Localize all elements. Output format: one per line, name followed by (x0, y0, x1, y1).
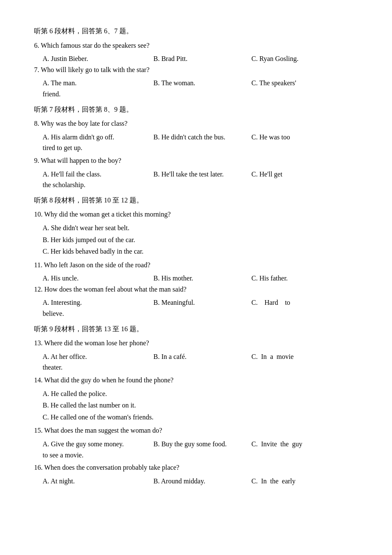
question-10: 10. Why did the woman get a ticket this … (34, 209, 358, 220)
question-12: 12. How does the woman feel about what t… (34, 284, 358, 295)
q11-optA: A. His uncle. (43, 273, 153, 284)
q11-optC: C. His father. (251, 273, 358, 284)
section-6-header: 听第 6 段材料，回答第 6、7 题。 (34, 26, 358, 37)
q12-wrap: believe. (43, 308, 358, 319)
q6-optA: A. Justin Bieber. (43, 53, 153, 64)
q12-optA: A. Interesting. (43, 297, 153, 308)
section-7-header: 听第 7 段材料，回答第 8、9 题。 (34, 104, 358, 115)
exam-content: 听第 6 段材料，回答第 6、7 题。 6. Which famous star… (34, 26, 358, 486)
question-13: 13. Where did the woman lose her phone? (34, 338, 358, 349)
q8-optC: C. He was too (251, 132, 358, 143)
question-16: 16. When does the conversation probably … (34, 462, 358, 473)
question-8: 8. Why was the boy late for class? (34, 118, 358, 129)
question-6: 6. Which famous star do the speakers see… (34, 40, 358, 51)
q9-optA: A. He'll fail the class. (43, 169, 153, 180)
q11-optB: B. His mother. (153, 273, 251, 284)
q15-optA: A. Give the guy some money. (43, 439, 153, 450)
q8-optA: A. His alarm didn't go off. (43, 132, 153, 143)
q9-options: A. He'll fail the class. B. He'll take t… (43, 169, 358, 180)
q10-optC: C. Her kids behaved badly in the car. (43, 246, 358, 257)
q13-options: A. At her office. B. In a café. C. In a … (43, 351, 358, 362)
section-9: 听第 9 段材料，回答第 13 至 16 题。 13. Where did th… (34, 324, 358, 487)
question-9: 9. What will happen to the boy? (34, 155, 358, 166)
section-6: 听第 6 段材料，回答第 6、7 题。 6. Which famous star… (34, 26, 358, 100)
q7-optA: A. The man. (43, 78, 153, 89)
q13-wrap: theater. (43, 362, 358, 373)
question-7: 7. Who will likely go to talk with the s… (34, 64, 358, 75)
q15-wrap: to see a movie. (43, 450, 358, 461)
q6-options: A. Justin Bieber. B. Brad Pitt. C. Ryan … (43, 53, 358, 64)
q7-optB: B. The woman. (153, 78, 251, 89)
q16-optC: C. In the early (251, 476, 358, 487)
q7-optC: C. The speakers' (251, 78, 358, 89)
q10-optA: A. She didn't wear her seat belt. (43, 223, 358, 234)
section-8: 听第 8 段材料，回答第 10 至 12 题。 10. Why did the … (34, 195, 358, 319)
q6-optB: B. Brad Pitt. (153, 53, 251, 64)
q6-optC: C. Ryan Gosling. (251, 53, 358, 64)
q15-optC: C. Invite the guy (251, 439, 358, 450)
section-9-header: 听第 9 段材料，回答第 13 至 16 题。 (34, 324, 358, 335)
q12-optC: C. Hard to (251, 297, 358, 308)
q16-optB: B. Around midday. (153, 476, 251, 487)
q15-options: A. Give the guy some money. B. Buy the g… (43, 439, 358, 450)
section-7: 听第 7 段材料，回答第 8、9 题。 8. Why was the boy l… (34, 104, 358, 191)
q16-optA: A. At night. (43, 476, 153, 487)
question-15: 15. What does the man suggest the woman … (34, 425, 358, 436)
q13-optA: A. At her office. (43, 351, 153, 362)
q9-wrap: the scholarship. (43, 179, 358, 191)
q14-optA: A. He called the police. (43, 388, 358, 399)
q8-wrap: tired to get up. (43, 142, 358, 153)
q13-optC: C. In a movie (251, 351, 358, 362)
q15-optB: B. Buy the guy some food. (153, 439, 251, 450)
section-8-header: 听第 8 段材料，回答第 10 至 12 题。 (34, 195, 358, 206)
q14-optB: B. He called the last number on it. (43, 400, 358, 411)
q12-options: A. Interesting. B. Meaningful. C. Hard t… (43, 297, 358, 308)
q8-optB: B. He didn't catch the bus. (153, 132, 251, 143)
q7-wrap: friend. (43, 89, 358, 100)
q9-optB: B. He'll take the test later. (153, 169, 251, 180)
q16-options: A. At night. B. Around midday. C. In the… (43, 476, 358, 487)
q11-options: A. His uncle. B. His mother. C. His fath… (43, 273, 358, 284)
q14-optC: C. He called one of the woman's friends. (43, 412, 358, 423)
q7-options: A. The man. B. The woman. C. The speaker… (43, 78, 358, 89)
q9-optC: C. He'll get (251, 169, 358, 180)
question-11: 11. Who left Jason on the side of the ro… (34, 260, 358, 271)
q12-optB: B. Meaningful. (153, 297, 251, 308)
q13-optB: B. In a café. (153, 351, 251, 362)
question-14: 14. What did the guy do when he found th… (34, 375, 358, 386)
q8-options: A. His alarm didn't go off. B. He didn't… (43, 132, 358, 143)
q10-optB: B. Her kids jumped out of the car. (43, 234, 358, 246)
